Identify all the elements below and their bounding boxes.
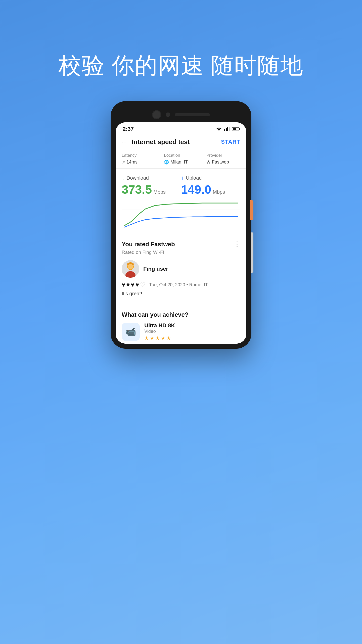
download-unit: Mbps <box>153 189 166 195</box>
battery-fill <box>233 128 236 130</box>
phone-shell: 2:37 ← <box>111 101 251 349</box>
wifi-icon <box>216 127 222 132</box>
headline: 校验 你的网速 随时随地 <box>59 50 303 81</box>
app-title: Internet speed test <box>132 138 221 146</box>
rating-title: You rated Fastweb <box>122 241 175 248</box>
provider-label: Provider <box>206 153 240 158</box>
achieve-icon-box: 📹 <box>122 323 140 341</box>
review-date: Tue, Oct 20, 2020 • Rome, IT <box>149 282 208 288</box>
side-tab <box>250 200 253 220</box>
latency-value-row: ↗ 14ms <box>122 159 156 165</box>
back-button[interactable]: ← <box>121 138 128 146</box>
svg-rect-0 <box>224 129 225 131</box>
stats-row: Latency ↗ 14ms Location 🌐 Milan, IT Prov… <box>116 149 246 169</box>
achieve-star-1: ★ <box>144 335 149 341</box>
rating-section: You rated Fastweb ⋮ Rated on Fing Wi-Fi <box>116 234 246 302</box>
achieve-name: Ultra HD 8K <box>144 322 240 329</box>
camera-circle <box>152 110 161 119</box>
download-label: Download <box>126 175 149 181</box>
upload-value: 149.0 <box>181 183 211 196</box>
avatar <box>122 260 139 278</box>
star-rating: ♥ ♥ ♥ ♥ ♡ <box>122 281 146 288</box>
signal-icon <box>224 127 230 131</box>
download-col: ↓ Download 373.5 Mbps <box>122 175 181 196</box>
svg-rect-3 <box>229 127 230 131</box>
chart-svg <box>122 200 240 229</box>
battery-icon <box>232 127 239 131</box>
stat-location: Location 🌐 Milan, IT <box>160 153 202 165</box>
latency-value: 14ms <box>126 159 138 165</box>
download-value: 373.5 <box>122 183 152 196</box>
star-3: ♥ <box>131 281 134 288</box>
star-1: ♥ <box>122 281 125 288</box>
video-icon: 📹 <box>125 327 136 337</box>
achieve-title: What can you achieve? <box>122 311 240 318</box>
speed-row: ↓ Download 373.5 Mbps ↑ Upload 149. <box>122 175 240 196</box>
upload-label: Upload <box>186 175 202 181</box>
server-icon: 🖧 <box>206 160 210 165</box>
achieve-type: Video <box>144 329 240 334</box>
download-header: ↓ Download <box>122 175 181 181</box>
stat-provider: Provider 🖧 Fastweb <box>202 153 240 165</box>
status-bar: 2:37 <box>116 122 246 134</box>
achieve-star-2: ★ <box>150 335 154 341</box>
svg-point-10 <box>128 264 133 269</box>
start-button[interactable]: START <box>221 139 240 145</box>
latency-icon: ↗ <box>122 160 125 165</box>
achieve-info: Ultra HD 8K Video ★ ★ ★ ★ ★ <box>144 322 240 341</box>
more-options-button[interactable]: ⋮ <box>234 240 240 248</box>
speed-section: ↓ Download 373.5 Mbps ↑ Upload 149. <box>116 169 246 231</box>
scroll-indicator <box>251 232 253 273</box>
star-2: ♥ <box>126 281 130 288</box>
provider-value-row: 🖧 Fastweb <box>206 159 240 165</box>
upload-col: ↑ Upload 149.0 Mbps <box>181 175 240 196</box>
username: Fing user <box>143 266 168 272</box>
user-row: Fing user <box>122 260 240 278</box>
download-value-row: 373.5 Mbps <box>122 183 181 196</box>
latency-label: Latency <box>122 153 156 158</box>
achieve-item: 📹 Ultra HD 8K Video ★ ★ ★ ★ ★ <box>122 322 240 341</box>
achieve-star-4: ★ <box>161 335 165 341</box>
upload-value-row: 149.0 Mbps <box>181 183 240 196</box>
speaker-dot <box>166 112 170 117</box>
stat-latency: Latency ↗ 14ms <box>122 153 160 165</box>
star-4: ♥ <box>135 281 139 288</box>
status-icons <box>216 127 239 132</box>
location-label: Location <box>164 153 198 158</box>
speed-chart <box>122 200 240 231</box>
achieve-section: What can you achieve? 📹 Ultra HD 8K Vide… <box>116 305 246 344</box>
stars-date-row: ♥ ♥ ♥ ♥ ♡ Tue, Oct 20, 2020 • Rome, IT <box>122 281 240 288</box>
speaker-bar <box>175 113 210 116</box>
globe-icon: 🌐 <box>164 160 169 165</box>
rating-header: You rated Fastweb ⋮ <box>122 240 240 248</box>
achieve-stars: ★ ★ ★ ★ ★ <box>144 335 240 341</box>
upload-unit: Mbps <box>213 189 225 195</box>
achieve-star-3: ★ <box>155 335 160 341</box>
svg-rect-2 <box>227 127 228 131</box>
svg-rect-1 <box>226 128 227 131</box>
app-header: ← Internet speed test START <box>116 134 246 149</box>
upload-header: ↑ Upload <box>181 175 240 181</box>
download-arrow-icon: ↓ <box>122 175 124 181</box>
review-text: It's great! <box>122 291 240 297</box>
battery-tip <box>239 128 240 130</box>
star-5: ♡ <box>140 281 146 288</box>
status-time: 2:37 <box>123 126 134 132</box>
location-value-row: 🌐 Milan, IT <box>164 159 198 165</box>
provider-value: Fastweb <box>212 159 229 165</box>
phone-top-bar <box>116 106 246 122</box>
location-value: Milan, IT <box>170 159 188 165</box>
phone-screen: 2:37 ← <box>116 122 246 344</box>
upload-arrow-icon: ↑ <box>181 175 184 181</box>
achieve-star-5: ★ <box>166 335 171 341</box>
rating-subtitle: Rated on Fing Wi-Fi <box>122 250 240 255</box>
